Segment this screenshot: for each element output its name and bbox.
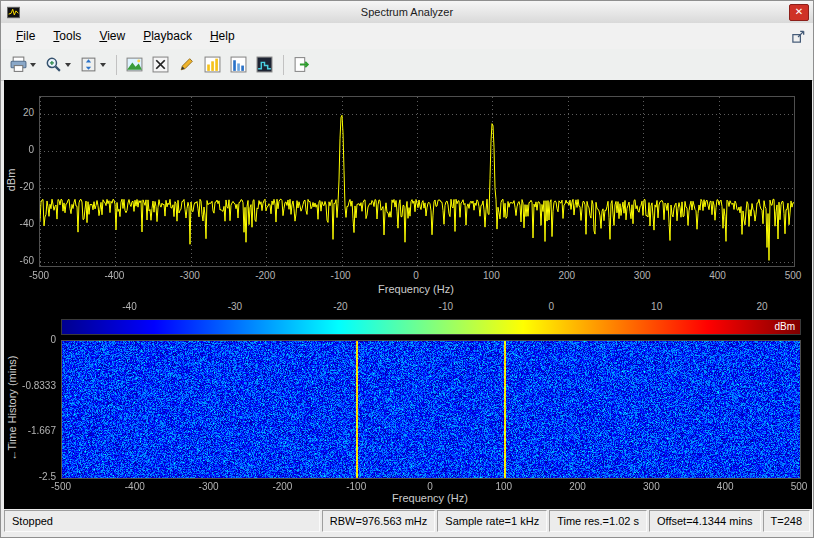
spectrogram-x-tick: -300 [192,481,226,493]
spectrum-x-tick: 300 [625,270,659,282]
toolbar [1,49,813,81]
spectrogram-y-tick: 0 [4,334,56,346]
spectrogram-y-tick: -0.8333 [4,380,56,392]
spectrogram-canvas[interactable] [62,341,800,478]
spectrogram-x-tick: -500 [44,481,78,493]
ccdf-measurements-button[interactable] [200,50,225,80]
window-title: Spectrum Analyzer [1,6,813,18]
spectrum-y-tick: 0 [4,144,34,156]
status-time-resolution: Time res.=1.02 s [549,510,647,532]
spectrum-settings-icon [126,56,143,73]
menu-playback[interactable]: Playback [134,25,201,47]
colorbar-tick: -40 [115,301,145,313]
spectral-mask-icon [256,56,273,73]
zoom-icon [45,56,62,73]
plot-region: dBm Frequency (Hz) dBm Time History (min… [4,80,812,509]
spectrum-x-tick: -300 [173,270,207,282]
status-offset: Offset=4.1344 mins [649,510,761,532]
status-state: Stopped [4,510,320,532]
close-icon: ✕ [795,6,803,17]
colorbar-tick: 0 [536,301,566,313]
distortion-measurements-button[interactable] [226,50,251,80]
status-sample-rate: Sample rate=1 kHz [437,510,547,532]
spectrum-analyzer-window: Spectrum Analyzer ✕ File Tools View Play… [0,0,814,538]
export-icon [10,56,27,73]
peak-finder-icon [178,56,195,73]
spectrum-plot[interactable] [39,96,795,267]
spectrogram-x-tick: 0 [413,481,447,493]
playback-step-forward-button[interactable] [289,50,314,80]
spectrum-x-tick: 500 [776,270,810,282]
cursor-measurements-icon [152,56,169,73]
colorbar-tick: -10 [431,301,461,313]
spectrum-plot-canvas[interactable] [40,97,794,266]
statusbar: Stopped RBW=976.563 mHz Sample rate=1 kH… [4,510,810,532]
spectrogram-plot[interactable] [61,340,801,479]
distortion-measurements-icon [230,56,247,73]
spectrum-y-tick: -20 [4,181,34,193]
menu-file[interactable]: File [7,25,44,47]
spectrum-x-axis-label: Frequency (Hz) [39,283,793,295]
menu-view[interactable]: View [90,25,134,47]
colorbar[interactable]: dBm [61,319,801,335]
ccdf-measurements-icon [204,56,221,73]
spectrum-x-tick: 400 [701,270,735,282]
spectrogram-x-tick: 100 [487,481,521,493]
menu-tools[interactable]: Tools [44,25,90,47]
autoscale-y-icon [80,56,97,73]
colorbar-tick: -30 [220,301,250,313]
spectrum-x-tick: 100 [474,270,508,282]
cursor-measurements-button[interactable] [148,50,173,80]
spectrum-x-tick: -500 [22,270,56,282]
time-direction-arrow-icon: ↓ [12,448,18,460]
autoscale-button[interactable] [76,50,110,80]
spectrogram-x-tick: 400 [708,481,742,493]
close-button[interactable]: ✕ [789,4,809,21]
spectrum-y-tick: -60 [4,255,34,267]
undock-icon[interactable] [789,27,807,45]
spectrum-x-tick: 0 [399,270,433,282]
spectrum-y-tick: 20 [4,107,34,119]
spectrogram-x-tick: -200 [265,481,299,493]
playback-step-forward-icon [293,56,310,73]
toolbar-separator [116,55,117,75]
zoom-button[interactable] [41,50,75,80]
spectrum-x-tick: -100 [324,270,358,282]
spectral-mask-button[interactable] [252,50,277,80]
menu-help[interactable]: Help [201,25,244,47]
colorbar-tick: 20 [747,301,777,313]
export-button[interactable] [6,50,40,80]
spectrum-x-tick: 200 [550,270,584,282]
spectrum-x-tick: -400 [97,270,131,282]
dropdown-arrow-icon [65,63,71,67]
spectrogram-x-tick: 200 [561,481,595,493]
spectrum-settings-button[interactable] [122,50,147,80]
colorbar-tick: -20 [325,301,355,313]
colorbar-tick: 10 [642,301,672,313]
menubar: File Tools View Playback Help [1,23,813,50]
spectrogram-x-tick: 300 [634,481,668,493]
spectrogram-x-tick: -100 [339,481,373,493]
dropdown-arrow-icon [30,63,36,67]
spectrogram-y-tick: -1.667 [4,425,56,437]
spectrogram-x-tick: -400 [118,481,152,493]
toolbar-separator [283,55,284,75]
spectrum-x-tick: -200 [248,270,282,282]
spectrogram-x-tick: 500 [782,481,814,493]
spectrum-y-tick: -40 [4,218,34,230]
dropdown-arrow-icon [100,63,106,67]
titlebar[interactable]: Spectrum Analyzer ✕ [1,1,813,24]
status-rbw: RBW=976.563 mHz [322,510,436,532]
status-frame-count: T=248 [763,510,811,532]
spectrogram-x-axis-label: Frequency (Hz) [61,492,799,504]
peak-finder-button[interactable] [174,50,199,80]
colorbar-unit-label: dBm [774,321,795,332]
